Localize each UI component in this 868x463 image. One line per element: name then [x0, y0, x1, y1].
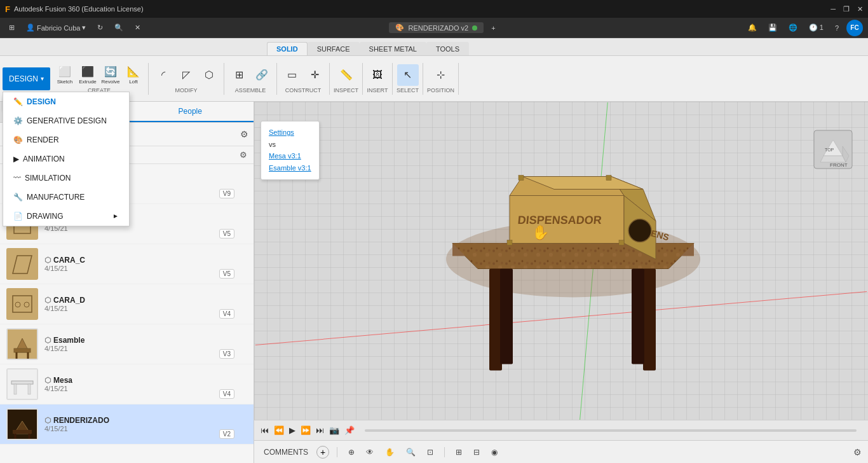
play-controls: ⏮ ⏪ ▶ ⏩ ⏭ 📷 📌 [254, 420, 868, 440]
display-mode-btn[interactable]: ⊞ [452, 446, 465, 458]
fillet-btn[interactable]: ◜ [153, 64, 174, 86]
pan-btn[interactable]: ✋ [382, 446, 398, 458]
shell-btn[interactable]: ⬡ [198, 64, 220, 86]
view-cube[interactable]: FRONT TOP [811, 127, 855, 172]
component-icon-esamble: ⬡ [44, 336, 51, 345]
construct-label: CONSTRUCT [285, 87, 322, 93]
user-avatar[interactable]: FC [846, 20, 863, 36]
info-settings[interactable]: Settings [269, 127, 311, 139]
ws-item-generative[interactable]: ⚙️ GENERATIVE DESIGN [3, 111, 129, 130]
3d-model-svg: DISPENSADOR DISPENS ✋ [414, 132, 732, 406]
divider-1 [337, 447, 337, 457]
loft-btn[interactable]: 📐 Loft [123, 64, 144, 86]
insert-image-btn[interactable]: 🖼 [367, 64, 388, 86]
version-badge-renderizado[interactable]: V2 [219, 429, 234, 439]
play-btn[interactable]: ▶ [289, 425, 295, 435]
ws-item-animation[interactable]: ▶ ANIMATION [3, 149, 129, 169]
shell-icon: ⬡ [205, 69, 214, 81]
clock-btn[interactable]: 🕐 1 [805, 22, 827, 33]
file-item-cara-c[interactable]: ⬡ CARA_C 4/15/21 V5 [0, 244, 254, 284]
ws-item-simulation[interactable]: 〰 SIMULATION [3, 169, 129, 188]
pin-btn[interactable]: 📌 [344, 425, 355, 435]
sidebar-settings-btn[interactable]: ⚙ [240, 129, 248, 139]
create-buttons: ⬜ Sketch ⬛ Extrude 🔄 Revolve 📐 Loft [54, 64, 144, 86]
info-esamble[interactable]: Esamble v3:1 [269, 162, 311, 174]
version-badge-cara-a[interactable]: V9 [219, 189, 234, 198]
timeline-area[interactable] [365, 429, 857, 432]
tab-tools[interactable]: TOOLS [426, 42, 469, 55]
tab-solid[interactable]: SOLID [267, 42, 308, 55]
viewport-settings-btn[interactable]: ⚙ [853, 447, 862, 457]
win-minimize-btn[interactable]: ─ [831, 5, 836, 13]
add-comment-btn[interactable]: + [316, 446, 329, 459]
grid-display-btn[interactable]: ⊟ [470, 446, 483, 458]
model-3d: DISPENSADOR DISPENS ✋ [414, 132, 732, 406]
version-badge-cara-c[interactable]: V5 [219, 269, 234, 279]
notification-btn[interactable]: 🔔 [744, 22, 761, 33]
workspace-btn[interactable]: DESIGN [3, 67, 50, 90]
new-component-btn[interactable]: ⊞ [228, 64, 250, 86]
look-btn[interactable]: 👁 [363, 446, 377, 458]
comments-tab-btn[interactable]: COMMENTS [261, 446, 311, 458]
axis-btn[interactable]: ✛ [304, 64, 325, 86]
joint-btn[interactable]: 🔗 [251, 64, 273, 86]
select-tool-btn[interactable]: ↖ [397, 64, 419, 86]
online-indicator[interactable]: 🌐 [785, 22, 801, 33]
extrude-btn[interactable]: ⬛ Extrude [77, 64, 98, 86]
file-item-esamble[interactable]: ⬡ Esamble 4/15/21 V3 [0, 324, 254, 364]
ws-item-design[interactable]: ✏️ DESIGN [3, 92, 129, 111]
win-close-btn[interactable]: ✕ [857, 5, 863, 13]
next-btn[interactable]: ⏩ [301, 425, 311, 435]
active-tab-chip: 🎨 RENDERIZADO v2 [389, 22, 484, 33]
ribbon-tabs: SOLID SURFACE SHEET METAL TOOLS [0, 38, 868, 56]
fit-btn[interactable]: ⊡ [424, 446, 437, 458]
skip-start-btn[interactable]: ⏮ [261, 425, 269, 435]
breadcrumb-settings-btn[interactable]: ⚙ [240, 150, 247, 160]
tab-icon: 🎨 [395, 24, 404, 32]
file-item-mesa[interactable]: ⬡ Mesa 4/15/21 V4 [0, 364, 254, 404]
orbit-btn[interactable]: ⊕ [345, 446, 358, 458]
position-btn[interactable]: ⊹ [430, 64, 452, 86]
appearance-btn[interactable]: ◉ [488, 446, 501, 458]
insert-group: 🖼 INSERT [363, 63, 393, 95]
new-tab-btn[interactable]: + [487, 23, 499, 33]
help-btn[interactable]: ? [831, 23, 843, 33]
info-mesa[interactable]: Mesa v3:1 [269, 150, 311, 162]
file-item-cara-d[interactable]: ⬡ CARA_D 4/15/21 V4 [0, 284, 254, 324]
zoom-btn[interactable]: 🔍 [403, 446, 419, 458]
revolve-btn[interactable]: 🔄 Revolve [100, 64, 121, 86]
version-badge-esamble[interactable]: V3 [219, 349, 234, 359]
file-date-cara-d: 4/15/21 [44, 305, 247, 312]
sketch-btn[interactable]: ⬜ Sketch [54, 64, 76, 86]
win-restore-btn[interactable]: ❐ [843, 5, 850, 13]
tab-surface[interactable]: SURFACE [308, 42, 360, 55]
refresh-btn[interactable]: ↻ [93, 22, 107, 33]
measure-btn[interactable]: 📏 [336, 64, 357, 86]
prev-btn[interactable]: ⏪ [274, 425, 284, 435]
offset-plane-btn[interactable]: ▭ [281, 64, 302, 86]
version-badge-cara-b[interactable]: V5 [219, 229, 234, 238]
file-item-renderizado[interactable]: ⬡ RENDERIZADO 4/15/21 V2 [0, 404, 254, 445]
esamble-thumbnail [8, 329, 37, 359]
camera-btn[interactable]: 📷 [329, 425, 339, 435]
tab-sheet-metal[interactable]: SHEET METAL [360, 42, 426, 55]
chamfer-btn[interactable]: ◸ [175, 64, 197, 86]
grid-menu-btn[interactable]: ⊞ [5, 22, 18, 33]
chamfer-icon: ◸ [182, 69, 190, 81]
ws-animation-label: ANIMATION [23, 155, 65, 163]
svg-rect-48 [519, 176, 524, 181]
version-badge-cara-d[interactable]: V4 [219, 309, 234, 319]
version-badge-mesa[interactable]: V4 [219, 389, 234, 399]
new-component-icon: ⊞ [235, 69, 243, 81]
close-panel-btn[interactable]: ✕ [131, 22, 144, 33]
ws-item-manufacture[interactable]: 🔧 MANUFACTURE [3, 188, 129, 207]
ws-item-render[interactable]: 🎨 RENDER [3, 130, 129, 149]
search-btn[interactable]: 🔍 [111, 22, 127, 33]
sidebar-tab-people[interactable]: People [127, 102, 254, 122]
file-name-cara-d: CARA_D [53, 296, 85, 305]
ws-item-drawing[interactable]: 📄 DRAWING [3, 207, 129, 226]
user-menu-btn[interactable]: 👤 Fabricio Cuba ▾ [22, 22, 90, 33]
ws-design-icon: ✏️ [13, 97, 23, 106]
autosave-indicator[interactable]: 💾 [764, 22, 781, 33]
skip-end-btn[interactable]: ⏭ [316, 425, 324, 435]
